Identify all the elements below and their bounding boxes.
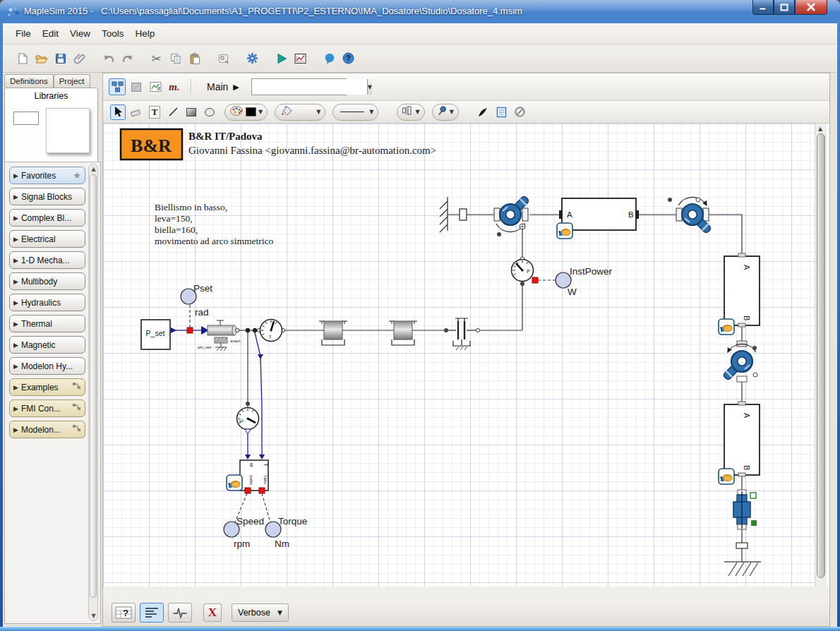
snapshot-icon[interactable] (214, 49, 233, 68)
inertia-1[interactable] (319, 321, 347, 345)
show-plots-icon[interactable] (291, 49, 310, 68)
torque-sensor[interactable]: τ (258, 320, 285, 342)
library-item-complex-blocks[interactable]: ▶Complex Bl... (9, 209, 85, 227)
palette-icon[interactable] (229, 104, 244, 119)
line-style-dropdown-icon[interactable]: ▼ (369, 109, 373, 115)
verbosity-dropdown[interactable]: Verbose ▼ (232, 603, 289, 622)
signal-port[interactable] (187, 327, 193, 333)
detail-view-icon[interactable] (128, 78, 145, 95)
library-item-fmi-connector[interactable]: ▶FMI Con... (9, 399, 85, 417)
cut-icon[interactable]: ✂ (147, 49, 166, 68)
pen-color-dropdown-icon[interactable]: ▼ (258, 109, 263, 115)
prismatic-joint[interactable] (733, 490, 757, 529)
pushpin-icon[interactable] (437, 105, 448, 119)
copy-icon[interactable] (166, 49, 185, 68)
power-sensor[interactable]: P (512, 260, 534, 287)
bearing-friction[interactable] (444, 318, 480, 350)
inertia-2[interactable] (389, 321, 417, 345)
tab-project[interactable]: Project (54, 74, 90, 88)
modelica-code-icon[interactable]: m. (166, 78, 183, 95)
undo-icon[interactable] (99, 49, 118, 68)
document-icon[interactable] (494, 104, 510, 120)
menu-view[interactable]: View (64, 25, 96, 42)
console-simulation-button[interactable] (168, 603, 192, 623)
titlebar[interactable]: MapleSim 2015 - C:\Users\passaglial\Docu… (0, 0, 840, 23)
eraser-tool-icon[interactable] (128, 104, 144, 120)
minimize-button[interactable] (752, 0, 774, 15)
menu-tools[interactable]: Tools (96, 25, 130, 42)
library-item-multibody[interactable]: ▶Multibody (9, 272, 85, 290)
console-messages-button[interactable] (140, 603, 164, 623)
speed-probe[interactable]: Speed rpm (224, 516, 264, 549)
line-tool-icon[interactable] (165, 104, 181, 120)
menu-file[interactable]: File (10, 25, 37, 42)
scroll-up-icon[interactable]: ▲ (818, 126, 822, 132)
help-icon[interactable]: ? (339, 49, 358, 68)
fixed-frame[interactable] (440, 197, 448, 232)
rigid-body-vertical-2[interactable]: A B (719, 402, 760, 484)
clear-console-button[interactable]: X (203, 603, 222, 622)
pin-dropdown-icon[interactable]: ▼ (450, 109, 454, 115)
scrollbar-thumb[interactable] (817, 133, 825, 578)
attach-icon[interactable] (70, 49, 89, 68)
library-item-signal-blocks[interactable]: ▶Signal Blocks (9, 188, 85, 205)
text-tool-icon[interactable]: T (147, 104, 162, 120)
save-icon[interactable] (51, 49, 70, 68)
br-logo[interactable]: B&R (121, 129, 182, 160)
revolute-joint-2[interactable] (668, 197, 712, 234)
pen-color-swatch[interactable] (246, 107, 256, 116)
menu-edit[interactable]: Edit (37, 25, 64, 42)
paste-icon[interactable] (185, 49, 204, 68)
fill-bucket-icon[interactable] (280, 104, 294, 120)
settings-gear-icon[interactable] (243, 49, 262, 68)
frame-connector[interactable] (736, 543, 748, 548)
run-simulation-icon[interactable] (272, 49, 291, 68)
console-help-button[interactable]: ? (112, 603, 136, 623)
sidebar-scrollbar[interactable]: ▲ ▼ (88, 164, 98, 621)
scrollbar-thumb[interactable] (90, 174, 97, 598)
fill-color-dropdown-icon[interactable]: ▼ (316, 109, 320, 115)
breadcrumb[interactable]: Main (207, 81, 228, 92)
frame-connector[interactable] (460, 209, 467, 220)
maximize-button[interactable] (774, 0, 795, 15)
redo-icon[interactable] (118, 49, 137, 68)
ground-symbol[interactable] (724, 562, 761, 576)
torque-probe[interactable]: Torque Nm (265, 516, 307, 549)
combo-dropdown-icon[interactable]: ▼ (367, 79, 372, 95)
revolute-joint-1[interactable] (494, 196, 529, 261)
speed-torque-block[interactable]: w T wabs Tabs (227, 460, 269, 493)
position-actuator[interactable]: phi_set exact (198, 320, 241, 351)
diagram-view-icon[interactable] (109, 78, 126, 95)
preview-thumbnail[interactable] (13, 112, 39, 125)
vertical-scrollbar[interactable]: ▲ (815, 124, 827, 587)
align-dropdown-icon[interactable]: ▼ (415, 109, 419, 115)
library-item-examples[interactable]: ▶Examples (9, 378, 85, 396)
new-document-icon[interactable] (13, 49, 32, 68)
rigid-body-vertical-1[interactable]: A B (719, 253, 760, 335)
pset-probe[interactable]: Pset rad (181, 283, 212, 318)
speed-sensor[interactable]: ω (237, 408, 259, 430)
tab-definitions[interactable]: Definitions (4, 74, 54, 88)
scroll-up-icon[interactable]: ▲ (90, 166, 97, 172)
select-tool-icon[interactable] (110, 104, 126, 120)
instpower-probe[interactable]: InstPower W (556, 266, 613, 297)
library-item-thermal[interactable]: ▶Thermal (9, 315, 85, 332)
annotation-pen-icon[interactable] (476, 104, 491, 120)
align-icon[interactable] (402, 105, 413, 119)
library-item-modelon-hydraulics[interactable]: ▶Modelon Hy... (9, 357, 85, 375)
model-viewport[interactable]: B&R B&R IT/Padova Giovanni Fassina <giov… (103, 124, 829, 587)
scroll-down-icon[interactable]: ▼ (90, 613, 97, 619)
open-icon[interactable] (32, 49, 51, 68)
prohibit-icon[interactable] (512, 104, 528, 120)
plot-view-icon[interactable]: # (147, 78, 164, 95)
preview-page[interactable] (46, 108, 90, 153)
ellipse-tool-icon[interactable] (202, 104, 217, 120)
annotation-text[interactable]: Biellismo in basso, leva=150, biella=160… (155, 202, 274, 246)
close-button[interactable] (795, 0, 827, 15)
subsystem-combo-input[interactable] (252, 79, 367, 95)
message-icon[interactable] (320, 49, 339, 68)
library-item-favorites[interactable]: ▶Favorites★ (9, 167, 85, 184)
rigid-body-frame[interactable]: A B (557, 198, 639, 239)
library-item-hydraulics[interactable]: ▶Hydraulics (9, 294, 85, 311)
library-item-modelon[interactable]: ▶Modelon... (9, 421, 85, 438)
